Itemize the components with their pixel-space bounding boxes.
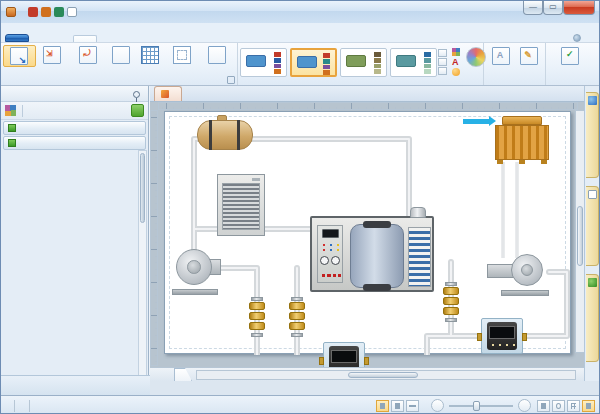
- smart-temperature-controller-shape[interactable]: [481, 318, 523, 354]
- condenser-shape: [408, 227, 431, 287]
- temperature-resistor-shape[interactable]: [443, 282, 459, 324]
- zoom-in-icon[interactable]: [518, 399, 531, 412]
- theme-thumbnail[interactable]: [390, 48, 437, 77]
- auto-size-icon: ↘: [10, 47, 28, 65]
- set-default-theme-button[interactable]: [466, 45, 486, 68]
- color-wheel-icon: [466, 47, 486, 67]
- theme-thumbnail[interactable]: [340, 48, 387, 77]
- theme-fonts-button[interactable]: A: [452, 57, 464, 67]
- page-color-button[interactable]: ✎: [515, 45, 543, 67]
- ribbon: ↘ ⇲ ⤾: [1, 42, 600, 86]
- themes-scroll-up-icon[interactable]: [438, 49, 447, 57]
- ruler-grid-icon: [141, 46, 159, 64]
- style-icon: [573, 34, 581, 42]
- themes-more-icon[interactable]: [438, 67, 447, 75]
- canvas-area: [150, 86, 586, 381]
- watermark-icon: A: [492, 47, 510, 65]
- main-engine-shape[interactable]: [310, 216, 434, 292]
- title-bar: — ▭: [1, 1, 600, 23]
- theme-colors-button[interactable]: [452, 48, 464, 56]
- theme-effects-button[interactable]: [452, 68, 464, 76]
- library-items-grid: [3, 150, 137, 377]
- themes-scroll-down-icon[interactable]: [438, 58, 447, 66]
- tab-page-layout[interactable]: [73, 35, 97, 42]
- theme-thumbnail-selected[interactable]: [290, 48, 337, 77]
- zoom-tool-icon[interactable]: [552, 400, 565, 412]
- sidebar-scrollbar[interactable]: [138, 150, 147, 377]
- edraw-max-window: { "window": { "title": "Edraw Max - Air …: [0, 0, 600, 414]
- library-section-heaters[interactable]: [3, 136, 146, 150]
- cooling-tower-shape[interactable]: [495, 116, 549, 164]
- page-margin-button[interactable]: [166, 45, 200, 65]
- new-document-icon[interactable]: [67, 7, 77, 17]
- export-word-icon[interactable]: [54, 7, 64, 17]
- zoom-out-icon[interactable]: [431, 399, 444, 412]
- export-office-icon: [588, 278, 597, 287]
- pan-mode-icon[interactable]: [582, 400, 595, 412]
- page-navigation-bar: [150, 367, 586, 381]
- document-tab[interactable]: [154, 86, 182, 101]
- minimize-button[interactable]: —: [523, 1, 543, 15]
- library-cube-icon: [8, 124, 16, 132]
- fan-coil-unit-shape[interactable]: [217, 174, 265, 236]
- orientation-button[interactable]: ⤾: [68, 45, 108, 65]
- dynamic-help-icon: [588, 96, 597, 105]
- page-size-button[interactable]: ⇲: [36, 45, 69, 65]
- colors-icon: [452, 48, 460, 56]
- library-cube-icon: [8, 139, 16, 147]
- page-margin-icon: [173, 46, 191, 64]
- cooling-pump-shape[interactable]: [487, 254, 551, 300]
- feedwater-arrow[interactable]: [463, 119, 489, 124]
- page-number-button[interactable]: [199, 45, 235, 65]
- library-section-food-processing[interactable]: [3, 121, 146, 135]
- spelling-button[interactable]: ✓: [548, 45, 592, 67]
- page-number-icon: [208, 46, 226, 64]
- library-select-icon[interactable]: [5, 105, 16, 116]
- page-setup-group: ↘ ⇲ ⤾: [1, 43, 238, 85]
- add-library-button[interactable]: [131, 104, 144, 117]
- auto-size-button[interactable]: ↘: [3, 45, 36, 67]
- page-break-view-icon[interactable]: [391, 400, 404, 412]
- pin-icon[interactable]: [133, 91, 140, 98]
- shape-data-icon: [588, 190, 597, 199]
- canvas-page[interactable]: [164, 111, 571, 354]
- shape-data-tab[interactable]: [586, 186, 599, 266]
- canvas-horizontal-scrollbar[interactable]: [196, 370, 576, 380]
- right-panel-strip: [584, 86, 599, 381]
- horizontal-ruler: [158, 102, 578, 110]
- orientation-icon: ⤾: [79, 46, 97, 64]
- grid-toggle-icon[interactable]: [567, 400, 580, 412]
- spelling-icon: ✓: [561, 47, 579, 65]
- status-bar: [1, 395, 600, 414]
- close-button[interactable]: [563, 1, 595, 15]
- ruler-grid-button[interactable]: [134, 45, 166, 65]
- evaporator-shape: [350, 224, 404, 288]
- theme-thumbnail[interactable]: [240, 48, 287, 77]
- effects-icon: [452, 68, 460, 76]
- normal-view-icon[interactable]: [376, 400, 389, 412]
- zoom-slider[interactable]: [449, 405, 513, 407]
- freezing-pump-shape[interactable]: [172, 249, 222, 301]
- document-icon: [161, 90, 169, 98]
- save-icon[interactable]: [6, 7, 16, 17]
- unit-button[interactable]: [108, 45, 134, 65]
- export-office-tab[interactable]: [586, 274, 599, 362]
- page-setup-dialog-launcher-icon[interactable]: [227, 76, 235, 84]
- export-pdf-icon[interactable]: [28, 7, 38, 17]
- fit-width-icon[interactable]: [406, 400, 419, 412]
- temperature-resistor-shape[interactable]: [249, 297, 265, 339]
- maximize-button[interactable]: ▭: [543, 1, 563, 15]
- page-tab[interactable]: [174, 368, 192, 381]
- page-background-group: A ✎: [484, 43, 546, 85]
- page-size-icon: ⇲: [43, 46, 61, 64]
- dynamic-help-tab[interactable]: [586, 92, 599, 178]
- watermark-button[interactable]: A: [486, 45, 515, 67]
- tab-file[interactable]: [5, 34, 29, 42]
- temperature-resistor-shape[interactable]: [289, 297, 305, 339]
- spelling-check-group: ✓: [546, 43, 598, 85]
- ribbon-tab-bar: [1, 23, 600, 42]
- fit-page-icon[interactable]: [537, 400, 550, 412]
- themes-group: A: [238, 43, 484, 85]
- quick-access-toolbar: [1, 7, 80, 17]
- export-ppt-icon[interactable]: [41, 7, 51, 17]
